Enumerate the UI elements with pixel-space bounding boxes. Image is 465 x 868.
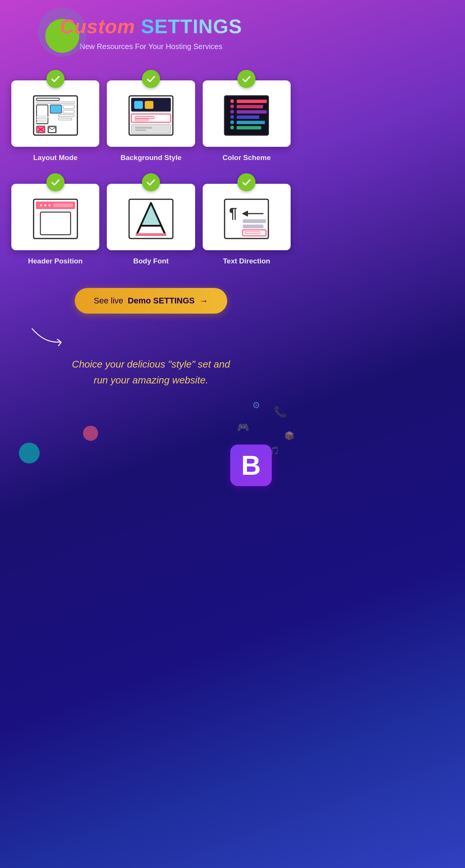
cta-prefix: See live <box>94 296 123 306</box>
svg-rect-35 <box>237 105 263 108</box>
script-line2: run your amazing website. <box>23 372 279 388</box>
card-label-header: Header Position <box>28 257 83 265</box>
card-icon-font <box>114 196 188 242</box>
check-badge-text-dir <box>237 173 256 191</box>
card-label-bg: Background Style <box>120 154 182 162</box>
header-section: Custom SETTINGS New Resources For Your H… <box>8 15 294 51</box>
svg-rect-36 <box>237 110 267 114</box>
card-icon-layout <box>18 93 92 138</box>
card-label-font: Body Font <box>133 257 169 265</box>
b-letter: B <box>241 450 261 481</box>
svg-point-43 <box>44 204 46 206</box>
page-wrapper: Custom SETTINGS New Resources For Your H… <box>0 0 302 524</box>
svg-rect-54 <box>243 225 263 228</box>
circle-teal <box>19 443 40 463</box>
bottom-decoration: 📞 ⚙ 🎮 📦 🎵 ⬇ B <box>8 403 294 501</box>
card-label-color: Color Scheme <box>222 154 271 162</box>
card-text-dir: ¶ <box>203 184 291 250</box>
feature-card-bg-style[interactable]: Background Style <box>107 70 195 162</box>
script-line1: Choice your delicious "style" set and <box>23 357 279 372</box>
b-badge: B <box>230 445 272 486</box>
svg-point-31 <box>230 115 234 119</box>
feature-card-layout-mode[interactable]: Layout Mode <box>11 70 99 162</box>
svg-rect-38 <box>237 121 265 124</box>
card-body-font <box>107 184 195 250</box>
cube-icon: 📦 <box>284 431 294 441</box>
card-icon-header <box>18 196 92 242</box>
check-badge-layout <box>46 70 65 88</box>
game-icon: 🎮 <box>237 422 249 433</box>
card-icon-color <box>209 93 284 138</box>
svg-rect-37 <box>237 115 259 119</box>
svg-rect-45 <box>54 204 72 207</box>
svg-point-30 <box>230 110 234 114</box>
card-header-pos <box>11 184 99 250</box>
svg-rect-26 <box>135 129 146 131</box>
cta-button[interactable]: See live Demo SETTINGS → <box>75 288 227 314</box>
title-custom: Custom <box>60 15 135 37</box>
card-icon-text-dir: ¶ <box>209 196 284 242</box>
feature-card-text-dir[interactable]: ¶ Text Direction <box>203 173 291 265</box>
svg-rect-20 <box>145 101 153 109</box>
svg-point-28 <box>230 99 234 103</box>
svg-text:¶: ¶ <box>229 205 237 221</box>
feature-card-body-font[interactable]: Body Font <box>107 173 195 265</box>
svg-rect-53 <box>243 219 266 223</box>
svg-rect-39 <box>237 126 261 129</box>
svg-point-33 <box>230 126 234 129</box>
script-text-section: Choice your delicious "style" set and ru… <box>8 357 294 388</box>
svg-point-29 <box>230 105 234 108</box>
svg-rect-25 <box>135 127 152 129</box>
svg-rect-24 <box>131 125 171 134</box>
feature-cards-grid: Layout Mode <box>8 70 294 265</box>
svg-rect-49 <box>136 233 166 235</box>
svg-rect-34 <box>237 100 267 103</box>
check-badge-font <box>142 173 160 191</box>
feature-card-color-scheme[interactable]: Color Scheme <box>203 70 291 162</box>
check-badge-header <box>46 173 65 191</box>
svg-point-42 <box>40 204 42 206</box>
cta-bold-text: Demo SETTINGS <box>128 296 195 306</box>
svg-rect-19 <box>134 101 143 109</box>
svg-point-32 <box>230 120 234 124</box>
feature-card-header-pos[interactable]: Header Position <box>11 173 99 265</box>
card-bg-style <box>107 80 195 147</box>
circle-pink <box>83 426 98 441</box>
svg-point-44 <box>48 204 51 206</box>
card-layout <box>11 80 99 147</box>
svg-rect-4 <box>50 105 62 113</box>
arrow-decoration <box>30 325 68 348</box>
cta-section: See live Demo SETTINGS → <box>8 288 294 314</box>
card-label-layout: Layout Mode <box>33 154 77 162</box>
check-badge-color <box>237 70 256 88</box>
check-badge-bg <box>142 70 160 88</box>
phone-icon: 📞 <box>274 406 287 418</box>
card-color-scheme <box>203 80 291 147</box>
title-settings: SETTINGS <box>141 15 242 37</box>
card-icon-bg <box>114 93 188 138</box>
card-label-text-dir: Text Direction <box>223 257 270 265</box>
page-title: Custom SETTINGS <box>8 15 294 38</box>
gear-icon: ⚙ <box>252 400 260 411</box>
cta-arrow-icon: → <box>199 295 208 306</box>
